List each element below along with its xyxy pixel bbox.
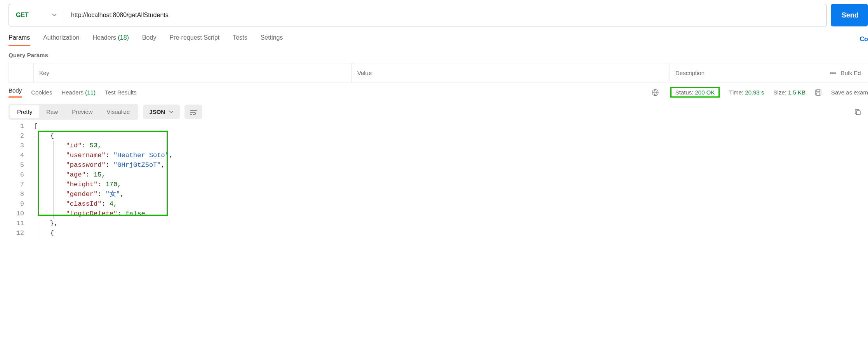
send-button[interactable]: Send: [831, 4, 868, 26]
cookies-link[interactable]: Co: [860, 36, 868, 43]
params-checkbox-col[interactable]: [9, 63, 34, 82]
time-value: 20.93 s: [745, 89, 764, 96]
size-label: Size:: [774, 89, 786, 96]
tab-tests[interactable]: Tests: [233, 33, 247, 46]
copy-icon: [854, 108, 861, 115]
request-tabs: Params Authorization Headers (18) Body P…: [9, 33, 868, 46]
tab-headers-count: (18): [118, 34, 129, 41]
params-more-button[interactable]: •••: [825, 70, 841, 76]
params-value-header: Value: [352, 63, 670, 82]
tab-settings[interactable]: Settings: [261, 33, 283, 46]
mode-preview[interactable]: Preview: [65, 105, 99, 118]
line-gutter: 1 2 3 4 5 6 7 8 9 10 11 12: [9, 121, 30, 238]
response-tab-headers-count: (11): [85, 89, 96, 96]
tab-prerequest[interactable]: Pre-request Script: [169, 33, 219, 46]
svg-rect-1: [816, 90, 821, 95]
params-table-header: Key Value Description ••• Bulk Ed: [9, 63, 868, 82]
svg-rect-2: [817, 90, 820, 92]
request-input-wrap: GET: [9, 4, 827, 26]
response-tab-headers-label: Headers: [61, 89, 83, 96]
request-row: GET Send: [9, 4, 868, 26]
method-selector[interactable]: GET: [9, 4, 64, 26]
copy-button[interactable]: [852, 106, 863, 117]
method-label: GET: [16, 12, 29, 19]
response-tabs: Body Cookies Headers (11) Test Results S…: [9, 84, 868, 101]
tab-headers-label: Headers: [93, 34, 116, 41]
time-label: Time:: [729, 89, 743, 96]
globe-icon[interactable]: [652, 89, 659, 96]
size-value: 1.5 KB: [788, 89, 805, 96]
view-modes: Pretty Raw Preview Visualize JSON: [9, 104, 868, 120]
mode-raw[interactable]: Raw: [39, 105, 65, 118]
mode-visualize[interactable]: Visualize: [100, 105, 137, 118]
response-time: Time: 20.93 s: [729, 89, 764, 96]
save-icon[interactable]: [815, 89, 822, 96]
response-tab-headers[interactable]: Headers (11): [61, 89, 96, 96]
chevron-down-icon: [52, 13, 57, 17]
response-tab-testresults[interactable]: Test Results: [105, 89, 137, 96]
mode-pretty[interactable]: Pretty: [10, 105, 39, 118]
tab-authorization[interactable]: Authorization: [43, 33, 79, 46]
chevron-down-icon: [169, 110, 174, 114]
response-status: Status: 200 OK: [670, 87, 720, 98]
wrap-lines-button[interactable]: [184, 105, 202, 119]
params-key-header: Key: [34, 63, 352, 82]
url-input[interactable]: [64, 4, 826, 26]
view-mode-group: Pretty Raw Preview Visualize: [9, 104, 138, 120]
svg-rect-5: [856, 111, 860, 115]
response-size: Size: 1.5 KB: [774, 89, 805, 96]
tab-body[interactable]: Body: [142, 33, 156, 46]
response-tab-cookies[interactable]: Cookies: [31, 89, 52, 96]
language-label: JSON: [149, 108, 165, 115]
response-tab-body[interactable]: Body: [9, 87, 22, 98]
code-content: [ { "id": 53, "username": "Heather Soto"…: [30, 121, 868, 238]
tab-params[interactable]: Params: [9, 33, 30, 46]
response-body-editor[interactable]: 1 2 3 4 5 6 7 8 9 10 11 12 [ { "id": 53,…: [9, 121, 868, 238]
status-value: 200 OK: [695, 89, 715, 96]
params-description-header: Description: [670, 63, 825, 82]
query-params-heading: Query Params: [9, 52, 868, 58]
bulk-edit-button[interactable]: Bulk Ed: [841, 70, 868, 76]
svg-rect-3: [817, 93, 820, 95]
language-select[interactable]: JSON: [143, 105, 180, 119]
save-as-example[interactable]: Save as exam: [831, 89, 868, 96]
status-label: Status:: [675, 89, 694, 96]
tab-headers[interactable]: Headers (18): [93, 33, 129, 46]
wrap-icon: [190, 110, 197, 115]
